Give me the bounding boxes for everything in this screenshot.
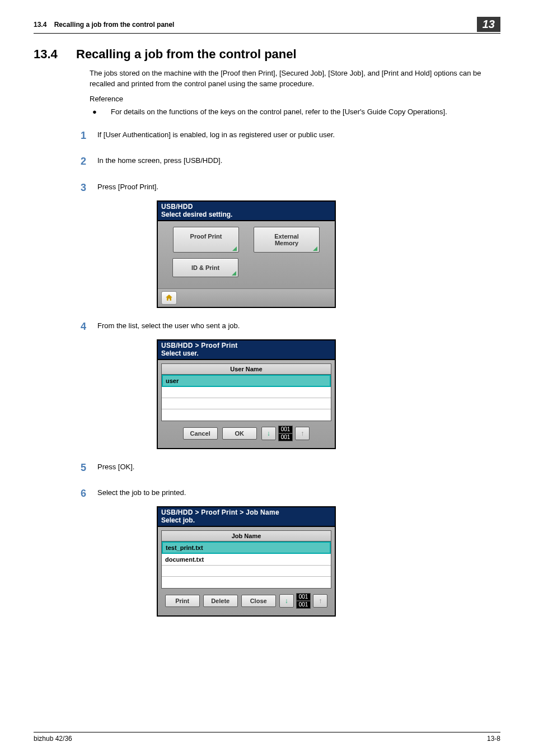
step-2-text: In the home screen, press [USB/HDD].: [97, 154, 504, 166]
delete-button[interactable]: Delete: [203, 595, 238, 607]
panel1-subtitle: Select desired setting.: [158, 211, 335, 220]
page-header: 13.4 Recalling a job from the control pa…: [34, 17, 500, 34]
proof-print-button[interactable]: Proof Print: [173, 227, 239, 253]
intro-text: The jobs stored on the machine with the …: [90, 68, 504, 90]
user-list-item[interactable]: [162, 398, 331, 409]
step-4-num: 4: [76, 319, 86, 334]
bullet-dot: ●: [90, 107, 100, 118]
ok-button[interactable]: OK: [222, 427, 257, 440]
id-print-label: ID & Print: [191, 264, 219, 271]
count-current: 001: [296, 593, 311, 601]
panel3-subtitle: Select job.: [158, 516, 335, 526]
step-1: 1 If [User Authentication] is enabled, l…: [76, 128, 504, 143]
corner-icon: [232, 271, 236, 276]
print-button[interactable]: Print: [165, 595, 200, 607]
job-list: test_print.txt document.txt: [161, 542, 331, 589]
step-3-text: Press [Proof Print].: [97, 180, 504, 193]
user-list-header: User Name: [161, 363, 331, 375]
count-current: 001: [278, 426, 293, 433]
corner-icon: [313, 246, 317, 251]
user-list-item[interactable]: user: [162, 375, 331, 387]
job-list-item[interactable]: [162, 566, 331, 577]
step-4: 4 From the list, select the user who sen…: [76, 319, 504, 334]
chapter-badge: 13: [477, 17, 500, 32]
page-counter: 001 001: [278, 426, 293, 441]
job-list-item[interactable]: document.txt: [162, 554, 331, 566]
count-total: 001: [278, 433, 293, 441]
header-sec-num: 13.4: [34, 21, 46, 29]
step-5: 5 Press [OK].: [76, 460, 504, 475]
scroll-up-button[interactable]: ↑: [295, 427, 310, 440]
count-total: 001: [296, 601, 311, 609]
scroll-up-button[interactable]: ↑: [313, 594, 327, 608]
section-number: 13.4: [34, 47, 63, 62]
user-list-item[interactable]: [162, 409, 331, 421]
bullet-text: For details on the functions of the keys…: [111, 107, 504, 118]
step-6: 6 Select the job to be printed.: [76, 486, 504, 501]
cancel-button[interactable]: Cancel: [183, 427, 218, 440]
arrow-up-icon: ↑: [318, 597, 322, 605]
panel2-title: USB/HDD > Proof Print: [158, 340, 335, 349]
step-2: 2 In the home screen, press [USB/HDD].: [76, 154, 504, 169]
step-6-num: 6: [76, 486, 86, 501]
job-list-header: Job Name: [161, 530, 331, 542]
user-list-item[interactable]: [162, 387, 331, 398]
job-list-item[interactable]: [162, 577, 331, 588]
step-3-num: 3: [76, 180, 86, 195]
panel2-subtitle: Select user.: [158, 349, 335, 359]
external-memory-button[interactable]: External Memory: [254, 227, 320, 253]
home-icon: [165, 293, 174, 302]
step-4-text: From the list, select the user who sent …: [97, 319, 504, 332]
scroll-down-button[interactable]: ↓: [279, 594, 294, 608]
arrow-down-icon: ↓: [285, 597, 288, 605]
arrow-down-icon: ↓: [267, 430, 270, 437]
step-6-text: Select the job to be printed.: [97, 486, 504, 498]
page-footer: bizhub 42/36 13-8: [34, 732, 500, 743]
id-print-button[interactable]: ID & Print: [172, 258, 238, 277]
external-memory-label: External Memory: [274, 233, 298, 246]
close-button[interactable]: Close: [241, 595, 276, 607]
panel-select-user: USB/HDD > Proof Print Select user. User …: [157, 339, 336, 449]
section-heading: 13.4 Recalling a job from the control pa…: [34, 47, 500, 62]
panel-usb-hdd: USB/HDD Select desired setting. Proof Pr…: [157, 200, 336, 308]
section-title: Recalling a job from the control panel: [76, 47, 297, 62]
footer-right: 13-8: [487, 735, 500, 743]
step-2-num: 2: [76, 154, 86, 169]
scroll-down-button[interactable]: ↓: [261, 427, 276, 440]
home-button[interactable]: [161, 291, 177, 305]
step-5-text: Press [OK].: [97, 460, 504, 473]
footer-left: bizhub 42/36: [34, 735, 72, 743]
step-5-num: 5: [76, 460, 86, 475]
job-list-item[interactable]: test_print.txt: [162, 542, 331, 554]
step-3: 3 Press [Proof Print].: [76, 180, 504, 195]
page-counter: 001 001: [296, 593, 311, 609]
proof-print-label: Proof Print: [190, 233, 222, 240]
header-sec-title: Recalling a job from the control panel: [54, 21, 175, 29]
step-1-text: If [User Authentication] is enabled, log…: [97, 128, 504, 141]
panel3-title: USB/HDD > Proof Print > Job Name: [158, 507, 335, 516]
bullet-row: ● For details on the functions of the ke…: [90, 107, 504, 118]
panel1-title: USB/HDD: [158, 202, 335, 211]
corner-icon: [232, 246, 237, 251]
header-section-ref: 13.4 Recalling a job from the control pa…: [34, 21, 477, 29]
step-1-num: 1: [76, 128, 86, 143]
user-list: user: [161, 375, 331, 421]
arrow-up-icon: ↑: [301, 430, 304, 437]
reference-label: Reference: [90, 94, 504, 105]
panel-select-job: USB/HDD > Proof Print > Job Name Select …: [157, 506, 336, 617]
